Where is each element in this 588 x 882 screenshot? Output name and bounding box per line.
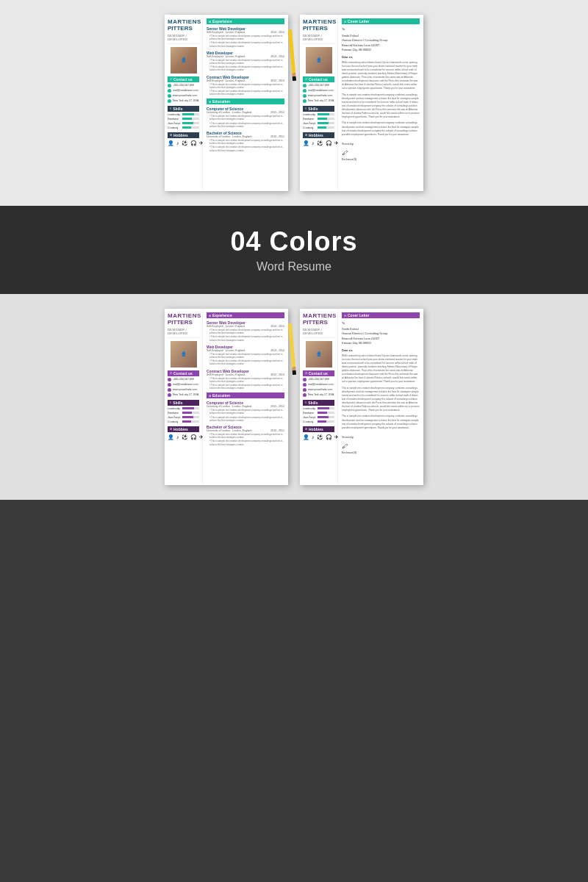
name-title: DESIGNER / DEVELOPER — [168, 34, 199, 41]
banner-subtitle: Word Resume — [15, 260, 573, 273]
skill-javascript: Java Script — [168, 122, 199, 125]
web-icon — [168, 94, 171, 98]
contact-icon: ✆ — [170, 77, 172, 81]
exp-entry-3: Contract Web Developer Self-Employed · L… — [207, 75, 284, 96]
location-icon — [168, 99, 171, 103]
pencil-decoration-2 — [288, 323, 296, 375]
exp-header: Experience — [212, 19, 232, 24]
hobbies-icon: ⊞ — [170, 133, 172, 137]
banner-title: 04 Colors — [15, 226, 573, 257]
email-item: mail@emailname.com — [168, 89, 199, 93]
exp-icon: ⊞ — [209, 20, 211, 24]
location-item: New York city 17, USA — [168, 99, 199, 103]
hobbies-header: Hobbies — [173, 133, 188, 137]
hobbies-row: 👤 ♪ ⚽ 🎧 ✈ — [168, 140, 199, 146]
edu-entry-1: Computer of Science University of London… — [207, 107, 284, 128]
skills-header: Skills — [173, 107, 182, 111]
resume-card-teal: MARTIENS PITTERS DESIGNER / DEVELOPER 👤 … — [165, 15, 288, 191]
resume-card-purple: MARTIENS PITTERS DESIGNER / DEVELOPER 👤 … — [165, 309, 288, 485]
edu-icon: ⊞ — [209, 100, 211, 104]
top-section: MARTIENS PITTERS DESIGNER / DEVELOPER 👤 … — [0, 0, 588, 206]
cover-letter-card-teal: MARTIENS PITTERS DESIGNER / DEVELOPER 👤 … — [300, 15, 423, 191]
cover-photo: 👤 — [306, 47, 332, 74]
cover-letter-card-purple: MARTIENS PITTERS DESIGNER / DEVELOPER 👤 … — [300, 309, 423, 485]
pencil-decoration-1 — [288, 29, 296, 81]
skill-creativity: Creativity — [168, 126, 199, 129]
name-last: PITTERS — [168, 26, 199, 32]
skill-leadership: Leadership — [168, 113, 199, 116]
edu-entry-2: Bachelor of Science Universite of London… — [207, 131, 284, 152]
skills-icon: ≡ — [170, 107, 171, 110]
exp-entry-2: Web Developer Self-Employed · London, En… — [207, 51, 284, 72]
cover-to: To, — [342, 27, 420, 31]
email-icon — [168, 89, 171, 93]
photo: 👤 — [171, 47, 197, 74]
phone-item: +001-234-567-890 — [168, 84, 199, 87]
contact-header: Contact us — [173, 77, 193, 82]
website-item: www.youwebsite.com — [168, 94, 199, 98]
edu-header: Education — [212, 99, 230, 104]
middle-banner: 04 Colors Word Resume — [0, 206, 588, 294]
exp-entry-1: Senior Web Developer Self-Employed · Lon… — [207, 26, 284, 48]
skill-database: Database — [168, 118, 199, 121]
cover-letter-title: Cover Letter — [348, 19, 369, 24]
bottom-section: MARTIENS PITTERS DESIGNER / DEVELOPER 👤 … — [0, 294, 588, 500]
phone-icon — [168, 84, 171, 87]
